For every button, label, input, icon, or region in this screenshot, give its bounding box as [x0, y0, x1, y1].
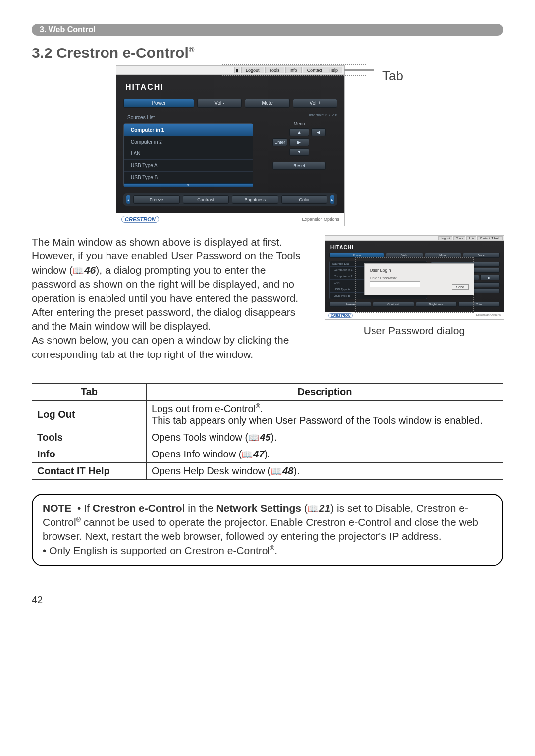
- small-brand-logo: HITACHI: [330, 245, 500, 250]
- book-icon: 📖: [308, 504, 319, 514]
- small-expansion-link[interactable]: Expansion Options: [476, 313, 501, 318]
- dpad-enter-button[interactable]: Enter: [272, 138, 287, 146]
- table-row: Log Out Logs out from e-Control®. This t…: [32, 401, 503, 429]
- sources-list: Computer in 1 Computer in 2 LAN USB Type…: [123, 123, 253, 187]
- registered-icon: ®: [256, 403, 260, 410]
- figure-password-dialog: Logout Tools Info Contact IT Help HITACH…: [325, 235, 504, 320]
- book-icon: 📖: [73, 266, 84, 276]
- small-tab-contact[interactable]: Contact IT Help: [477, 236, 503, 240]
- source-item[interactable]: Computer in 2: [124, 136, 253, 148]
- table-cell-desc: Opens Tools window (📖45).: [147, 429, 503, 446]
- source-item[interactable]: Computer in 1: [124, 124, 253, 136]
- contrast-button[interactable]: Contrast: [183, 195, 229, 204]
- source-item[interactable]: USB Type B: [124, 171, 253, 183]
- figure-caption: User Password dialog: [325, 325, 503, 337]
- source-item[interactable]: LAN: [124, 148, 253, 159]
- dpad-down-button[interactable]: ▼: [289, 148, 309, 156]
- dialog-send-button[interactable]: Send: [452, 284, 469, 290]
- mute-button[interactable]: Mute: [245, 99, 289, 108]
- callout-dots-bottom: [222, 75, 366, 77]
- body-paragraphs: The Main window as shown above is displa…: [32, 235, 312, 361]
- callout-dots-top: [222, 64, 366, 66]
- table-row: Contact IT Help Opens Help Desk window (…: [32, 462, 503, 479]
- power-button[interactable]: Power: [123, 99, 194, 108]
- sources-title: Sources List: [123, 113, 253, 123]
- table-cell-tab: Tools: [32, 429, 147, 446]
- freeze-button[interactable]: Freeze: [133, 195, 180, 204]
- tabs-description-table: Tab Description Log Out Logs out from e-…: [32, 383, 503, 480]
- brightness-button[interactable]: Brightness: [232, 195, 278, 204]
- note-box: NOTE • If Crestron e-Control in the Netw…: [32, 494, 503, 566]
- note-lead: NOTE: [43, 503, 71, 514]
- book-icon: 📖: [271, 466, 282, 476]
- window-tabs: ▮ Logout Tools Info Contact IT Help: [116, 66, 344, 75]
- small-crestron-logo: CRESTRON: [328, 313, 353, 318]
- callout-leader: [344, 69, 374, 71]
- tab-logout[interactable]: Logout: [241, 67, 264, 73]
- dialog-password-input[interactable]: [370, 281, 420, 287]
- registered-icon: ®: [189, 46, 195, 54]
- tab-callout-label: Tab: [382, 68, 403, 84]
- table-row: Info Opens Info window (📖47).: [32, 446, 503, 462]
- table-head-tab: Tab: [32, 384, 147, 401]
- menu-label: Menu: [261, 121, 337, 126]
- small-tab-logout[interactable]: Logout: [438, 236, 452, 240]
- breadcrumb: 3. Web Control: [32, 24, 503, 36]
- table-cell-tab: Contact IT Help: [32, 462, 147, 479]
- vol-plus-button[interactable]: Vol +: [293, 99, 337, 108]
- table-cell-desc: Opens Help Desk window (📖48).: [147, 462, 503, 479]
- color-button[interactable]: Color: [281, 195, 328, 204]
- section-heading: 3.2 Crestron e-Control®: [32, 45, 503, 61]
- dialog-title: User Login: [370, 268, 469, 273]
- table-cell-desc: Opens Info window (📖47).: [147, 446, 503, 462]
- user-login-dialog: User Login Enter Password Send: [364, 263, 474, 295]
- adjust-bar: ◂ Freeze Contrast Brightness Color ▸: [123, 193, 337, 206]
- vol-minus-button[interactable]: Vol -: [197, 99, 242, 108]
- page-number: 42: [32, 594, 503, 605]
- tab-tools[interactable]: Tools: [265, 67, 284, 73]
- sources-scroll-down[interactable]: [124, 183, 253, 187]
- crestron-logo: CRESTRON: [121, 216, 159, 223]
- dpad: ▲ ◀ Enter ▶ ▼ Reset: [261, 128, 337, 170]
- table-cell-tab: Log Out: [32, 401, 147, 429]
- reset-button[interactable]: Reset: [272, 162, 326, 170]
- registered-icon: ®: [270, 545, 274, 552]
- expansion-options-link[interactable]: Expansion Options: [302, 217, 339, 222]
- adjust-scroll-left[interactable]: ◂: [126, 195, 130, 204]
- heading-number: 3.2: [32, 45, 56, 61]
- source-item[interactable]: USB Type A: [124, 159, 253, 171]
- dialog-password-label: Enter Password: [370, 276, 469, 280]
- table-row: Tools Opens Tools window (📖45).: [32, 429, 503, 446]
- tab-spacer-icon: ▮: [234, 67, 240, 73]
- figure-main-window: ▮ Logout Tools Info Contact IT Help HITA…: [116, 65, 345, 226]
- heading-text: Crestron e-Control: [56, 45, 189, 61]
- small-tab-tools[interactable]: Tools: [453, 236, 465, 240]
- book-icon: 📖: [248, 433, 259, 443]
- table-cell-desc: Logs out from e-Control®. This tab appea…: [147, 401, 503, 429]
- small-tab-info[interactable]: Info: [466, 236, 476, 240]
- book-icon: 📖: [242, 450, 253, 459]
- registered-icon: ®: [76, 516, 81, 523]
- dpad-up-button[interactable]: ▲: [289, 128, 309, 136]
- table-cell-tab: Info: [32, 446, 147, 462]
- interface-version: Interface 2.7.2.6: [261, 113, 337, 117]
- tab-info[interactable]: Info: [285, 67, 302, 73]
- dpad-left-button[interactable]: ◀: [311, 128, 326, 136]
- brand-logo: HITACHI: [125, 83, 337, 92]
- table-head-desc: Description: [147, 384, 503, 401]
- dpad-right-button[interactable]: ▶: [289, 138, 309, 146]
- tab-contact[interactable]: Contact IT Help: [303, 67, 342, 73]
- adjust-scroll-right[interactable]: ▸: [330, 195, 334, 204]
- small-dpad-right[interactable]: ▶: [480, 275, 500, 280]
